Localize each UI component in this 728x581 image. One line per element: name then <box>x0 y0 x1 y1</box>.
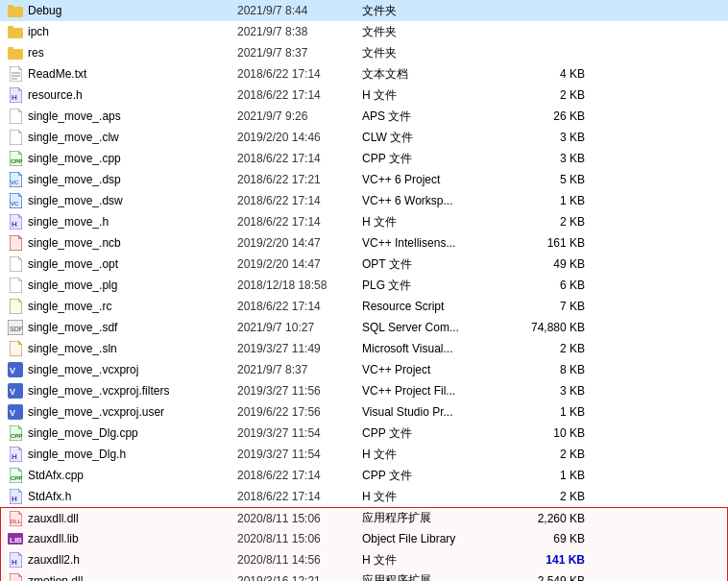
file-size: 141 KB <box>506 553 593 567</box>
file-type: Resource Script <box>362 300 506 313</box>
file-name: res <box>26 46 237 60</box>
table-row[interactable]: single_move_.opt2019/2/20 14:47OPT 文件49 … <box>0 254 728 275</box>
table-row[interactable]: single_move_.rc2018/6/22 17:14Resource S… <box>0 296 728 317</box>
file-date: 2018/6/22 17:14 <box>237 300 362 313</box>
svg-text:DLL: DLL <box>11 519 22 524</box>
file-name: single_move_.vcxproj <box>26 363 237 376</box>
file-name: single_move_.cpp <box>26 152 237 165</box>
svg-marker-58 <box>18 489 22 493</box>
table-row[interactable]: Vsingle_move_.vcxproj.filters2019/3/27 1… <box>0 380 728 401</box>
file-name: single_move_.vcxproj.filters <box>26 384 237 398</box>
svg-text:CPP: CPP <box>11 158 22 164</box>
file-type: H 文件 <box>362 87 506 104</box>
file-icon-vcxproj: V <box>5 362 26 377</box>
file-size: 7 KB <box>506 300 593 313</box>
file-name: single_move_.sdf <box>26 321 237 334</box>
table-row[interactable]: Vsingle_move_.vcxproj.user2019/6/22 17:5… <box>0 401 728 423</box>
file-type: VC++ Intellisens... <box>362 236 506 250</box>
file-icon-folder <box>5 25 26 38</box>
svg-text:H: H <box>12 495 17 503</box>
file-size: 1 KB <box>506 469 593 482</box>
file-icon-cpp: CPP <box>5 425 26 441</box>
file-type: VC++ Project <box>362 363 506 376</box>
file-date: 2018/6/22 17:14 <box>237 88 362 102</box>
file-date: 2019/2/20 14:47 <box>237 236 362 250</box>
table-row[interactable]: single_move_.sln2019/3/27 11:49Microsoft… <box>0 338 728 359</box>
svg-text:H: H <box>12 452 17 461</box>
file-icon-h: H <box>5 87 26 103</box>
table-row[interactable]: Hsingle_move_.h2018/6/22 17:14H 文件2 KB <box>0 211 728 232</box>
table-row[interactable]: LIBzauxdll.lib2020/8/11 15:06Object File… <box>0 528 728 549</box>
file-type: 文本文档 <box>362 66 506 83</box>
file-name: resource.h <box>26 88 237 102</box>
table-row[interactable]: single_move_.aps2021/9/7 9:26APS 文件26 KB <box>0 106 728 127</box>
file-type: CPP 文件 <box>362 468 506 484</box>
table-row[interactable]: HStdAfx.h2018/6/22 17:14H 文件2 KB <box>0 486 728 507</box>
table-row[interactable]: CPPStdAfx.cpp2018/6/22 17:14CPP 文件1 KB <box>0 465 728 486</box>
file-size: 1 KB <box>506 405 593 419</box>
file-icon-sdf: SDF <box>5 320 26 335</box>
file-icon-vcxproj: V <box>5 404 26 420</box>
table-row[interactable]: SDFsingle_move_.sdf2021/9/7 10:27SQL Ser… <box>0 317 728 338</box>
table-row[interactable]: CPPsingle_move_.cpp2018/6/22 17:14CPP 文件… <box>0 148 728 169</box>
table-row[interactable]: res2021/9/7 8:37文件夹 <box>0 42 728 63</box>
file-name: single_move_.aps <box>26 109 237 123</box>
table-row[interactable]: Vsingle_move_.vcxproj2021/9/7 8:37VC++ P… <box>0 359 728 380</box>
file-icon-lib: LIB <box>5 531 26 546</box>
file-size: 3 KB <box>506 131 593 144</box>
file-name: single_move_.clw <box>26 131 237 144</box>
file-icon-dll: DLL <box>5 573 26 582</box>
table-row[interactable]: single_move_.plg2018/12/18 18:58PLG 文件6 … <box>0 275 728 296</box>
file-icon-vcxproj: V <box>5 383 26 399</box>
file-date: 2018/6/22 17:21 <box>237 173 362 186</box>
file-name: single_move_.rc <box>26 300 237 313</box>
file-name: StdAfx.cpp <box>26 469 237 482</box>
table-row[interactable]: Debug2021/9/7 8:44文件夹 <box>0 0 728 21</box>
file-name: single_move_Dlg.cpp <box>26 426 237 440</box>
file-type: 应用程序扩展 <box>362 510 506 526</box>
svg-text:CPP: CPP <box>11 475 22 481</box>
file-name: single_move_.vcxproj.user <box>26 405 237 419</box>
file-icon-dsp: VC <box>5 172 26 187</box>
file-size: 3 KB <box>506 384 593 398</box>
file-icon-sln <box>5 341 26 356</box>
file-size: 2 KB <box>506 88 593 102</box>
file-size: 5 KB <box>506 173 593 186</box>
table-row[interactable]: Hresource.h2018/6/22 17:14H 文件2 KB <box>0 85 728 106</box>
file-icon-ncb <box>5 235 26 251</box>
table-row[interactable]: Hzauxdll2.h2020/8/11 14:56H 文件141 KB <box>0 549 728 570</box>
table-row[interactable]: VCsingle_move_.dsw2018/6/22 17:14VC++ 6 … <box>0 190 728 211</box>
table-row[interactable]: Hsingle_move_Dlg.h2019/3/27 11:54H 文件2 K… <box>0 444 728 465</box>
file-type: Object File Library <box>362 532 506 545</box>
file-date: 2020/8/11 14:56 <box>237 553 362 567</box>
file-name: single_move_.sln <box>26 342 237 355</box>
file-list: Debug2021/9/7 8:44文件夹ipch2021/9/7 8:38文件… <box>0 0 728 581</box>
table-row[interactable]: ReadMe.txt2018/6/22 17:14文本文档4 KB <box>0 63 728 85</box>
table-row[interactable]: CPPsingle_move_Dlg.cpp2019/3/27 11:54CPP… <box>0 423 728 444</box>
file-date: 2020/8/11 15:06 <box>237 512 362 525</box>
file-date: 2018/6/22 17:14 <box>237 67 362 81</box>
table-row[interactable]: single_move_.clw2019/2/20 14:46CLW 文件3 K… <box>0 127 728 148</box>
svg-text:V: V <box>10 408 15 418</box>
file-date: 2019/2/20 14:46 <box>237 131 362 144</box>
svg-text:H: H <box>12 558 17 567</box>
file-size: 2 KB <box>506 448 593 461</box>
table-row[interactable]: DLLzauxdll.dll2020/8/11 15:06应用程序扩展2,260… <box>0 507 728 528</box>
svg-rect-1 <box>8 5 13 9</box>
file-icon-dsw: VC <box>5 193 26 208</box>
file-size: 74,880 KB <box>506 321 593 334</box>
file-type: H 文件 <box>362 489 506 505</box>
file-date: 2019/6/22 17:56 <box>237 405 362 419</box>
file-name: zauxdll.dll <box>26 512 237 525</box>
file-icon-generic <box>5 256 26 272</box>
table-row[interactable]: DLLzmotion.dll2019/3/16 12:21应用程序扩展2,549… <box>0 570 728 581</box>
file-type: APS 文件 <box>362 109 506 125</box>
file-size: 2 KB <box>506 490 593 503</box>
file-date: 2021/9/7 8:38 <box>237 25 362 38</box>
table-row[interactable]: VCsingle_move_.dsp2018/6/22 17:21VC++ 6 … <box>0 169 728 190</box>
table-row[interactable]: ipch2021/9/7 8:38文件夹 <box>0 21 728 42</box>
svg-rect-5 <box>8 47 13 51</box>
file-date: 2019/3/27 11:54 <box>237 426 362 440</box>
file-size: 2 KB <box>506 342 593 355</box>
table-row[interactable]: single_move_.ncb2019/2/20 14:47VC++ Inte… <box>0 232 728 254</box>
